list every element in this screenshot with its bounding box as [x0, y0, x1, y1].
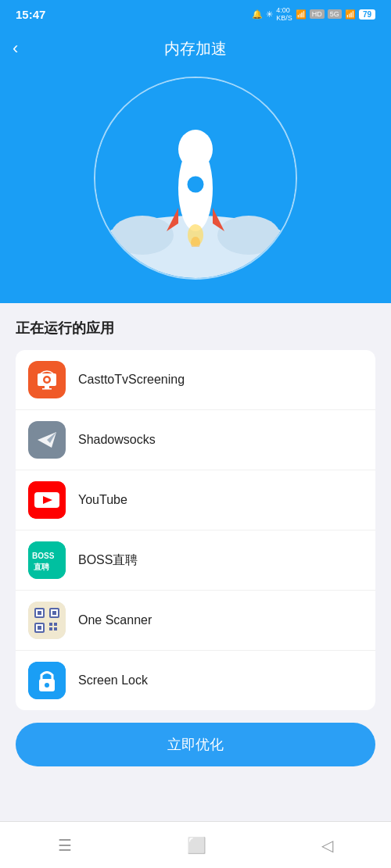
page-title: 内存加速	[164, 38, 227, 59]
boss-app-name: BOSS直聘	[78, 552, 138, 569]
shadowsocks-app-name: Shadowsocks	[78, 433, 156, 447]
list-item[interactable]: BOSS 直聘 BOSS直聘	[16, 530, 375, 591]
rocket-icon	[160, 122, 231, 247]
svg-rect-11	[45, 386, 49, 388]
svg-marker-4	[213, 208, 224, 231]
svg-rect-12	[42, 388, 52, 390]
svg-rect-35	[54, 627, 57, 630]
svg-point-38	[45, 683, 49, 688]
scanner-app-name: One Scanner	[78, 613, 152, 627]
youtube-app-name: YouTube	[78, 493, 127, 507]
svg-rect-32	[49, 623, 52, 626]
youtube-icon	[28, 481, 66, 519]
svg-marker-3	[167, 208, 178, 231]
signal-icon: 📶	[345, 9, 356, 20]
screenlock-app-name: Screen Lock	[78, 673, 148, 688]
svg-point-1	[178, 130, 213, 169]
svg-rect-22	[28, 602, 66, 639]
svg-rect-29	[38, 611, 41, 615]
back-nav-icon[interactable]: ◁	[321, 836, 333, 855]
5g-icon: 5G	[328, 9, 342, 19]
optimize-btn-container: 立即优化	[0, 710, 391, 779]
hd-icon: HD	[310, 9, 325, 19]
battery-icon: 79	[359, 9, 375, 20]
svg-text:BOSS: BOSS	[32, 552, 55, 560]
svg-rect-31	[38, 626, 41, 630]
list-item[interactable]: CasttoTvScreening	[16, 350, 375, 410]
header: ‹ 内存加速	[0, 28, 391, 69]
wifi-icon: 📶	[296, 9, 307, 20]
list-item[interactable]: Shadowsocks	[16, 410, 375, 470]
menu-icon[interactable]: ☰	[58, 836, 72, 855]
back-button[interactable]: ‹	[13, 38, 18, 59]
bell-icon: 🔔	[252, 9, 263, 20]
castto-app-name: CasttoTvScreening	[78, 373, 185, 387]
app-list: CasttoTvScreening Shadowsocks	[16, 350, 375, 710]
svg-text:直聘: 直聘	[34, 563, 50, 571]
bluetooth-icon: ✳	[266, 9, 273, 20]
optimize-button[interactable]: 立即优化	[16, 723, 375, 766]
list-item[interactable]: One Scanner	[16, 591, 375, 651]
svg-rect-34	[49, 627, 52, 630]
castto-icon	[28, 361, 66, 398]
list-item[interactable]: Screen Lock	[16, 651, 375, 710]
svg-rect-19	[28, 541, 66, 579]
status-bar: 15:47 🔔 ✳ 4:00KB/S 📶 HD 5G 📶 79	[0, 0, 391, 28]
home-icon[interactable]: ⬜	[187, 836, 206, 855]
screenlock-icon	[28, 662, 66, 699]
speed-indicator: 4:00KB/S	[276, 6, 292, 22]
shadowsocks-icon	[28, 421, 66, 459]
svg-rect-30	[52, 611, 56, 615]
status-icons: 🔔 ✳ 4:00KB/S 📶 HD 5G 📶 79	[252, 6, 375, 22]
svg-point-2	[186, 175, 205, 194]
svg-rect-33	[54, 623, 57, 626]
boss-icon: BOSS 直聘	[28, 541, 66, 579]
content-area: 正在运行的应用 CasttoTvScreening	[0, 303, 391, 710]
rocket-circle	[94, 77, 297, 280]
rocket-scene	[95, 78, 296, 278]
nav-bar: ☰ ⬜ ◁	[0, 821, 391, 868]
status-time: 15:47	[16, 8, 45, 21]
scanner-icon	[28, 602, 66, 639]
section-title: 正在运行的应用	[16, 319, 375, 338]
svg-point-10	[45, 378, 49, 382]
hero-section	[0, 69, 391, 303]
list-item[interactable]: YouTube	[16, 470, 375, 530]
